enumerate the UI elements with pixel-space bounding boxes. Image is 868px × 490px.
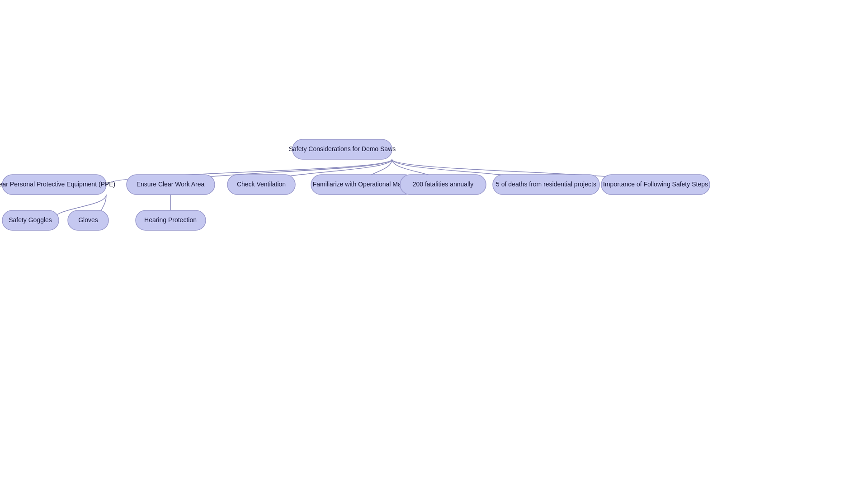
label-ppe: Wear Personal Protective Equipment (PPE) [0,181,115,188]
label-manual: Familiarize with Operational Manual [313,181,414,188]
root-label: Safety Considerations for Demo Saws [289,145,396,152]
label-importance: Importance of Following Safety Steps [603,181,708,188]
label-fatalities: 200 fatalities annually [413,181,474,188]
label-gloves: Gloves [78,216,98,224]
label-ventilation: Check Ventilation [237,181,286,188]
label-clear-area: Ensure Clear Work Area [137,181,205,188]
label-deaths: 5 of deaths from residential projects [496,181,596,188]
label-hearing: Hearing Protection [144,216,197,224]
label-goggles: Safety Goggles [9,216,52,224]
